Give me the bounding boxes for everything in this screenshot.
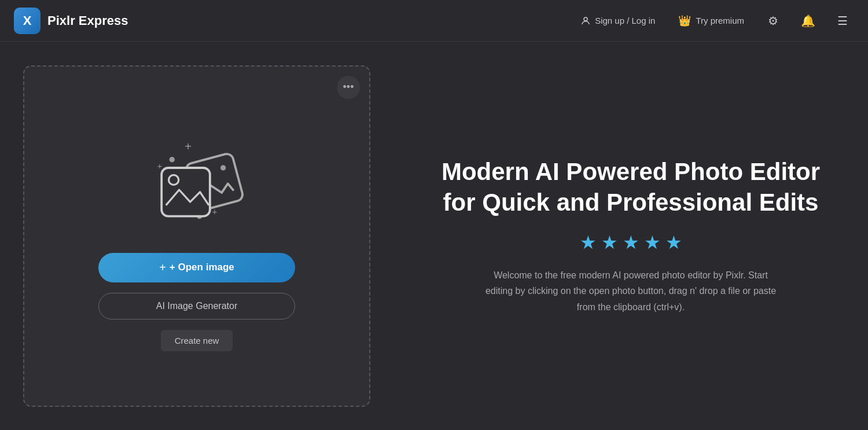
photo-icon-area: + + + [139,121,255,237]
header-right: Sign up / Log in 👑 Try premium ⚙ 🔔 ☰ [575,9,854,32]
more-options-button[interactable]: ••• [337,76,360,99]
hero-title: Modern AI Powered Photo Editor for Quick… [428,157,833,218]
more-dots-icon: ••• [343,81,354,93]
notification-button[interactable]: 🔔 [796,9,819,32]
app-header: X Pixlr Express Sign up / Log in 👑 Try p… [0,0,868,42]
star-4: ★ [644,231,661,253]
svg-text:+: + [157,160,163,170]
settings-icon: ⚙ [768,14,778,28]
header-left: X Pixlr Express [14,8,128,34]
star-3: ★ [623,231,639,253]
svg-point-4 [170,157,175,163]
crown-icon: 👑 [678,14,691,27]
plus-icon: + [159,261,166,274]
try-premium-button[interactable]: 👑 Try premium [672,11,750,31]
star-1: ★ [580,231,597,253]
menu-button[interactable]: ☰ [831,9,854,32]
open-image-button[interactable]: + + Open image [98,253,295,282]
right-panel: Modern AI Powered Photo Editor for Quick… [393,42,868,430]
ai-generator-button[interactable]: AI Image Generator [98,293,295,319]
star-5: ★ [665,231,682,253]
left-panel: ••• + + + [0,42,393,430]
notification-icon: 🔔 [801,14,815,28]
photo-placeholder-icon: + + + [142,124,252,234]
star-2: ★ [601,231,618,253]
menu-icon: ☰ [837,14,848,28]
stars-rating: ★ ★ ★ ★ ★ [580,231,682,253]
svg-point-5 [220,165,226,171]
svg-text:+: + [185,139,192,152]
main-content: ••• + + + [0,42,868,430]
settings-button[interactable]: ⚙ [762,9,785,32]
create-new-button[interactable]: Create new [161,330,233,351]
app-logo: X [14,8,41,34]
svg-point-0 [584,17,587,21]
hero-description: Welcome to the free modern AI powered ph… [480,267,781,315]
signup-login-button[interactable]: Sign up / Log in [575,12,661,30]
user-icon [580,16,591,26]
svg-rect-9 [161,168,210,216]
upload-card: ••• + + + [23,65,370,407]
app-title: Pixlr Express [47,13,128,28]
